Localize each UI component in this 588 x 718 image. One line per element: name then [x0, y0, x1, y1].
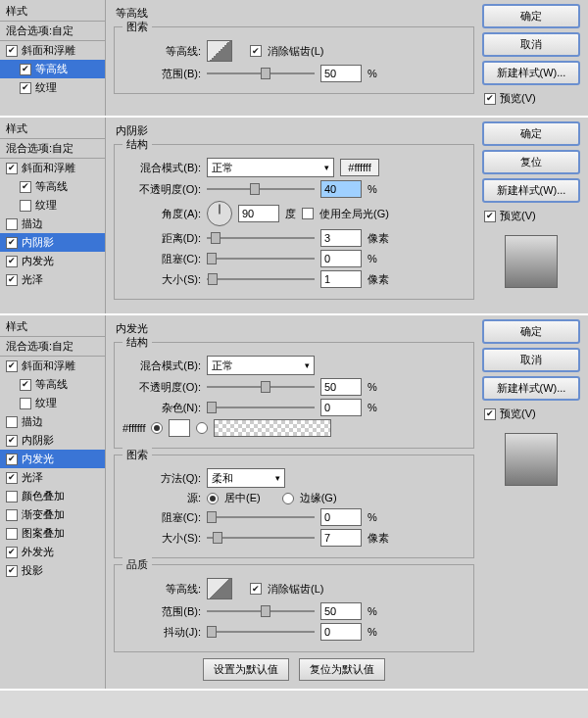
style-item[interactable]: 内发光	[0, 450, 105, 468]
ok-button[interactable]: 确定	[482, 121, 580, 146]
style-item[interactable]: 图案叠加	[0, 524, 105, 543]
style-checkbox[interactable]	[6, 274, 18, 286]
contour-swatch[interactable]	[207, 40, 232, 62]
color-radio[interactable]	[151, 422, 163, 434]
style-checkbox[interactable]	[6, 360, 18, 372]
preview-checkbox[interactable]	[484, 93, 496, 105]
antialias-checkbox[interactable]	[250, 45, 262, 57]
choke-input[interactable]	[320, 508, 362, 526]
set-default-button[interactable]: 设置为默认值	[203, 658, 289, 681]
blend-options[interactable]: 混合选项:自定	[0, 22, 105, 41]
style-item[interactable]: 等高线	[0, 177, 105, 196]
range-input[interactable]	[320, 602, 362, 620]
style-item[interactable]: 斜面和浮雕	[0, 357, 105, 375]
reset-button[interactable]: 复位	[482, 150, 580, 174]
size-input[interactable]	[320, 529, 362, 547]
style-checkbox[interactable]	[6, 491, 18, 503]
style-item[interactable]: 外发光	[0, 543, 105, 561]
style-item[interactable]: 等高线	[0, 60, 105, 78]
style-item[interactable]: 内阴影	[0, 431, 105, 450]
style-checkbox[interactable]	[20, 82, 31, 94]
angle-input[interactable]	[238, 205, 279, 222]
new-style-button[interactable]: 新建样式(W)...	[482, 376, 580, 401]
style-checkbox[interactable]	[20, 200, 31, 212]
style-item[interactable]: 描边	[0, 215, 105, 233]
style-checkbox[interactable]	[6, 435, 18, 447]
jitter-input[interactable]	[320, 623, 362, 641]
style-checkbox[interactable]	[6, 237, 18, 249]
style-checkbox[interactable]	[20, 379, 31, 391]
size-input[interactable]	[320, 270, 362, 288]
style-checkbox[interactable]	[20, 398, 31, 409]
style-checkbox[interactable]	[6, 565, 18, 577]
source-edge-radio[interactable]	[282, 493, 294, 504]
jitter-slider[interactable]	[207, 625, 315, 639]
distance-input[interactable]	[320, 229, 362, 247]
preview-checkbox[interactable]	[484, 211, 496, 222]
blend-mode-select[interactable]: 正常▾	[207, 356, 315, 375]
antialias-checkbox[interactable]	[250, 583, 262, 595]
style-item[interactable]: 斜面和浮雕	[0, 159, 105, 177]
style-checkbox[interactable]	[6, 218, 18, 230]
blend-options[interactable]: 混合选项:自定	[0, 139, 105, 159]
gradient-radio[interactable]	[196, 422, 208, 434]
style-item[interactable]: 描边	[0, 412, 105, 431]
choke-slider[interactable]	[207, 252, 315, 265]
style-item[interactable]: 内发光	[0, 252, 105, 270]
style-checkbox[interactable]	[6, 509, 18, 521]
distance-slider[interactable]	[207, 231, 315, 245]
choke-input[interactable]	[320, 250, 362, 267]
opacity-slider[interactable]	[207, 380, 315, 394]
style-checkbox[interactable]	[20, 64, 31, 75]
opacity-input[interactable]	[320, 180, 362, 198]
style-item[interactable]: 渐变叠加	[0, 505, 105, 524]
style-item[interactable]: 内阴影	[0, 233, 105, 252]
opacity-input[interactable]	[320, 378, 362, 396]
new-style-button[interactable]: 新建样式(W)...	[482, 61, 580, 85]
new-style-button[interactable]: 新建样式(W)...	[482, 178, 580, 203]
angle-dial[interactable]	[207, 201, 232, 226]
style-checkbox[interactable]	[6, 45, 18, 57]
cancel-button[interactable]: 取消	[482, 32, 580, 57]
style-checkbox[interactable]	[6, 547, 18, 558]
style-checkbox[interactable]	[6, 416, 18, 428]
preview-checkbox[interactable]	[484, 408, 496, 420]
source-center-radio[interactable]	[207, 493, 219, 504]
color-swatch-button[interactable]: #ffffff	[340, 159, 379, 176]
style-checkbox[interactable]	[6, 454, 18, 465]
range-slider[interactable]	[207, 67, 315, 80]
noise-input[interactable]	[320, 399, 362, 416]
style-item[interactable]: 纹理	[0, 394, 105, 412]
style-item[interactable]: 等高线	[0, 375, 105, 394]
blend-options[interactable]: 混合选项:自定	[0, 337, 105, 357]
choke-slider[interactable]	[207, 510, 315, 524]
contour-swatch[interactable]	[207, 578, 232, 599]
style-item[interactable]: 纹理	[0, 78, 105, 97]
size-slider[interactable]	[207, 272, 315, 286]
size-slider[interactable]	[207, 531, 315, 545]
style-item[interactable]: 颜色叠加	[0, 487, 105, 505]
global-light-checkbox[interactable]	[302, 208, 314, 219]
noise-slider[interactable]	[207, 401, 315, 414]
style-checkbox[interactable]	[6, 256, 18, 267]
reset-default-button[interactable]: 复位为默认值	[299, 658, 385, 681]
style-item[interactable]: 纹理	[0, 196, 105, 215]
cancel-button[interactable]: 取消	[482, 348, 580, 372]
style-item[interactable]: 投影	[0, 561, 105, 580]
blend-mode-select[interactable]: 正常▾	[207, 158, 334, 177]
opacity-slider[interactable]	[207, 182, 315, 196]
style-checkbox[interactable]	[6, 163, 18, 174]
color-swatch[interactable]	[169, 419, 190, 437]
style-checkbox[interactable]	[6, 528, 18, 540]
ok-button[interactable]: 确定	[482, 4, 580, 28]
style-item[interactable]: 光泽	[0, 468, 105, 487]
style-checkbox[interactable]	[20, 181, 31, 193]
style-item[interactable]: 斜面和浮雕	[0, 41, 105, 60]
gradient-swatch[interactable]	[214, 419, 331, 437]
range-input[interactable]	[320, 65, 362, 82]
style-checkbox[interactable]	[6, 472, 18, 484]
method-select[interactable]: 柔和▾	[207, 468, 285, 488]
range-slider[interactable]	[207, 604, 315, 618]
style-item[interactable]: 光泽	[0, 270, 105, 289]
ok-button[interactable]: 确定	[482, 319, 580, 344]
